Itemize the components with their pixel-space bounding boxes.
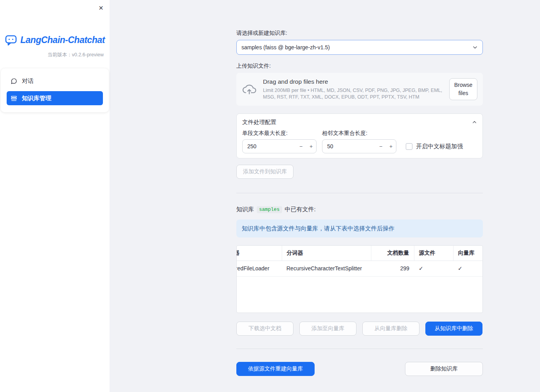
kb-files-heading: 知识库 samples 中已有文件: <box>236 206 483 213</box>
cell-splitter: RecursiveCharacterTextSplitter <box>282 261 371 276</box>
cell-vector-check: ✓ <box>453 261 483 276</box>
sidebar-item-label: 对话 <box>22 77 34 85</box>
expander-title: 文件处理配置 <box>242 119 276 126</box>
app-title: LangChain-Chatchat <box>20 35 105 45</box>
delete-kb-button[interactable]: 删除知识库 <box>405 362 483 376</box>
download-selected-button[interactable]: 下载选中文档 <box>236 322 293 336</box>
dropzone-title: Drag and drop files here <box>263 78 443 85</box>
browse-files-button[interactable]: Browse files <box>449 78 477 100</box>
kb-files-prefix: 知识库 <box>236 206 254 213</box>
remove-from-kb-button[interactable]: 从知识库中删除 <box>425 322 482 336</box>
overlap-size-stepper: − + <box>322 139 396 153</box>
kb-files-suffix: 中已有文件: <box>285 206 316 213</box>
sidebar-item-dialogue[interactable]: 对话 <box>7 74 103 88</box>
increment-button[interactable]: + <box>386 140 396 153</box>
decrement-button[interactable]: − <box>376 140 386 153</box>
column-header-splitter[interactable]: 分词器 <box>282 246 371 261</box>
chunk-size-input[interactable] <box>243 143 296 149</box>
main-area: 请选择或新建知识库: samples (faiss @ bge-large-zh… <box>110 0 540 392</box>
close-sidebar-button[interactable]: × <box>97 2 105 13</box>
increment-button[interactable]: + <box>306 140 316 153</box>
sidebar: × LangChain-Chatchat 当前版本：v0.2.6-preview… <box>0 0 110 392</box>
sidebar-item-knowledge-base[interactable]: 知识库管理 <box>7 91 103 105</box>
table-actions: 下载选中文档 添加至向量库 从向量库删除 从知识库中删除 <box>236 322 483 336</box>
dropzone-limit: Limit 200MB per file • HTML, MD, JSON, C… <box>263 87 443 101</box>
overlap-size-label: 相邻文本重合长度: <box>322 130 396 137</box>
kb-name-code: samples <box>257 206 282 213</box>
sidebar-item-label: 知识库管理 <box>22 95 51 102</box>
add-to-vector-button[interactable]: 添加至向量库 <box>299 322 356 336</box>
zh-title-enhance-label: 开启中文标题加强 <box>416 143 463 150</box>
zh-title-enhance-group: 开启中文标题加强 <box>406 139 463 153</box>
remove-from-vector-button[interactable]: 从向量库删除 <box>362 322 419 336</box>
decrement-button[interactable]: − <box>296 140 306 153</box>
file-dropzone[interactable]: Drag and drop files here Limit 200MB per… <box>236 73 483 106</box>
kb-select[interactable]: samples (faiss @ bge-large-zh-v1.5) <box>236 40 483 55</box>
zh-title-enhance-checkbox[interactable] <box>406 143 412 150</box>
divider <box>236 349 483 349</box>
app-logo: LangChain-Chatchat <box>0 0 110 46</box>
column-header-doc-count[interactable]: 文档数量 <box>371 246 414 261</box>
kb-actions: 依据源文件重建向量库 删除知识库 <box>236 362 483 376</box>
expander-header[interactable]: 文件处理配置 <box>242 119 477 126</box>
column-header-source-file[interactable]: 源文件 <box>414 246 453 261</box>
add-files-to-kb-button[interactable]: 添加文件到知识库 <box>236 165 293 179</box>
info-banner-text: 知识库中包含源文件与向量库，请从下表中选择文件后操作 <box>242 225 394 232</box>
cloud-upload-icon <box>242 83 257 95</box>
cell-loader: UnstructuredFileLoader <box>236 261 282 276</box>
sidebar-menu: 对话 知识库管理 <box>1 68 109 112</box>
chevron-down-icon <box>472 45 478 50</box>
cell-doc-count: 299 <box>371 261 414 276</box>
chunk-size-stepper: − + <box>242 139 317 153</box>
chat-bubble-icon <box>11 78 17 85</box>
column-header-vector-store[interactable]: 向量库 <box>453 246 483 261</box>
divider <box>236 193 483 193</box>
file-config-expander: 文件处理配置 单段文本最大长度: − + 相邻文本重合长度: <box>236 113 483 158</box>
overlap-size-input[interactable] <box>322 143 376 149</box>
files-table[interactable]: 文档加载器 分词器 文档数量 源文件 向量库 UnstructuredFileL… <box>236 245 483 313</box>
upload-label: 上传知识文件: <box>236 63 483 70</box>
chevron-up-icon <box>472 120 477 125</box>
logo-chat-icon <box>5 34 17 46</box>
kb-select-label: 请选择或新建知识库: <box>236 30 483 37</box>
close-icon: × <box>99 4 103 12</box>
cell-source-check: ✓ <box>414 261 453 276</box>
table-header-row: 文档加载器 分词器 文档数量 源文件 向量库 <box>236 246 483 261</box>
knowledge-base-icon <box>11 95 17 102</box>
rebuild-vector-store-button[interactable]: 依据源文件重建向量库 <box>236 362 315 376</box>
table-row[interactable]: UnstructuredFileLoader RecursiveCharacte… <box>236 261 483 276</box>
kb-select-value: samples (faiss @ bge-large-zh-v1.5) <box>241 44 330 50</box>
chunk-size-label: 单段文本最大长度: <box>242 130 317 137</box>
info-banner: 知识库中包含源文件与向量库，请从下表中选择文件后操作 <box>236 219 483 237</box>
column-header-loader[interactable]: 文档加载器 <box>236 246 282 261</box>
version-label: 当前版本：v0.2.6-preview <box>0 46 110 58</box>
